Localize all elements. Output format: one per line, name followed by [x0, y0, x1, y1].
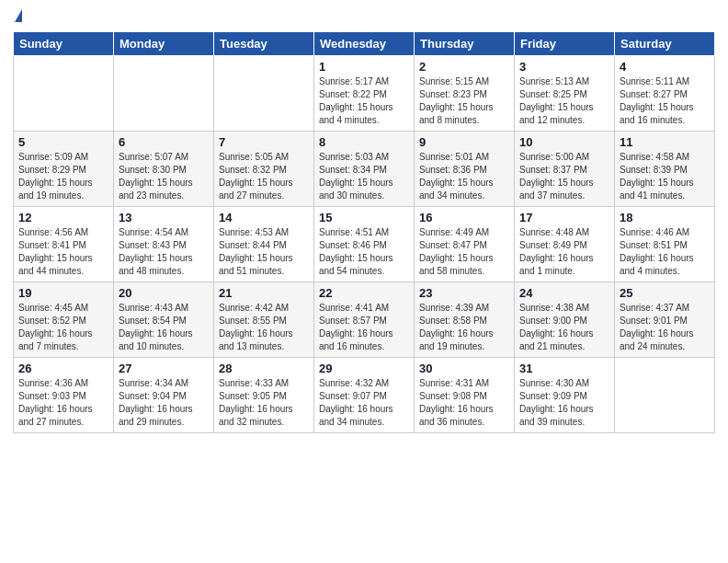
day-info: Sunrise: 4:39 AMSunset: 8:58 PMDaylight:… [419, 302, 509, 353]
calendar-cell: 28Sunrise: 4:33 AMSunset: 9:05 PMDayligh… [214, 358, 314, 433]
day-info: Sunrise: 4:30 AMSunset: 9:09 PMDaylight:… [519, 377, 609, 429]
calendar-cell: 8Sunrise: 5:03 AMSunset: 8:34 PMDaylight… [314, 132, 415, 207]
day-number: 24 [519, 286, 609, 300]
day-info: Sunrise: 5:11 AMSunset: 8:27 PMDaylight:… [620, 75, 710, 127]
calendar-cell: 21Sunrise: 4:42 AMSunset: 8:55 PMDayligh… [214, 282, 314, 358]
day-info: Sunrise: 5:07 AMSunset: 8:30 PMDaylight:… [119, 151, 209, 202]
calendar-cell [214, 56, 314, 132]
calendar-week-row: 12Sunrise: 4:56 AMSunset: 8:41 PMDayligh… [14, 207, 715, 282]
day-number: 15 [319, 211, 409, 224]
day-info: Sunrise: 4:43 AMSunset: 8:54 PMDaylight:… [119, 302, 209, 353]
calendar-cell: 16Sunrise: 4:49 AMSunset: 8:47 PMDayligh… [415, 207, 515, 282]
calendar-cell [615, 358, 715, 433]
day-info: Sunrise: 4:51 AMSunset: 8:46 PMDaylight:… [319, 226, 409, 278]
calendar-week-row: 19Sunrise: 4:45 AMSunset: 8:52 PMDayligh… [14, 282, 715, 358]
day-number: 5 [18, 135, 108, 149]
day-number: 29 [319, 362, 409, 375]
day-number: 1 [319, 60, 409, 74]
calendar-cell: 10Sunrise: 5:00 AMSunset: 8:37 PMDayligh… [515, 132, 615, 207]
calendar-day-header: Sunday [14, 32, 114, 56]
calendar-cell: 3Sunrise: 5:13 AMSunset: 8:25 PMDaylight… [515, 56, 615, 132]
calendar: SundayMondayTuesdayWednesdayThursdayFrid… [13, 31, 715, 433]
calendar-day-header: Wednesday [314, 32, 415, 56]
calendar-cell: 6Sunrise: 5:07 AMSunset: 8:30 PMDaylight… [114, 132, 214, 207]
day-number: 18 [620, 211, 710, 224]
day-info: Sunrise: 4:46 AMSunset: 8:51 PMDaylight:… [620, 226, 710, 278]
day-number: 21 [219, 286, 309, 300]
calendar-cell: 14Sunrise: 4:53 AMSunset: 8:44 PMDayligh… [214, 207, 314, 282]
day-info: Sunrise: 5:13 AMSunset: 8:25 PMDaylight:… [519, 75, 609, 127]
day-info: Sunrise: 4:56 AMSunset: 8:41 PMDaylight:… [18, 226, 108, 278]
calendar-cell: 26Sunrise: 4:36 AMSunset: 9:03 PMDayligh… [14, 358, 114, 433]
day-number: 14 [219, 211, 309, 224]
day-number: 19 [18, 286, 108, 300]
calendar-cell: 27Sunrise: 4:34 AMSunset: 9:04 PMDayligh… [114, 358, 214, 433]
calendar-day-header: Friday [515, 32, 615, 56]
calendar-cell [14, 56, 114, 132]
day-number: 2 [419, 60, 509, 74]
day-number: 23 [419, 286, 509, 300]
calendar-cell: 12Sunrise: 4:56 AMSunset: 8:41 PMDayligh… [14, 207, 114, 282]
day-info: Sunrise: 4:34 AMSunset: 9:04 PMDaylight:… [119, 377, 209, 429]
calendar-cell: 5Sunrise: 5:09 AMSunset: 8:29 PMDaylight… [14, 132, 114, 207]
calendar-cell: 2Sunrise: 5:15 AMSunset: 8:23 PMDaylight… [415, 56, 515, 132]
day-info: Sunrise: 4:33 AMSunset: 9:05 PMDaylight:… [219, 377, 309, 429]
day-number: 26 [18, 362, 108, 375]
calendar-cell: 7Sunrise: 5:05 AMSunset: 8:32 PMDaylight… [214, 132, 314, 207]
day-info: Sunrise: 4:31 AMSunset: 9:08 PMDaylight:… [419, 377, 509, 429]
calendar-cell: 9Sunrise: 5:01 AMSunset: 8:36 PMDaylight… [415, 132, 515, 207]
calendar-cell: 1Sunrise: 5:17 AMSunset: 8:22 PMDaylight… [314, 56, 415, 132]
calendar-week-row: 5Sunrise: 5:09 AMSunset: 8:29 PMDaylight… [14, 132, 715, 207]
day-info: Sunrise: 4:45 AMSunset: 8:52 PMDaylight:… [18, 302, 108, 353]
day-number: 4 [620, 60, 710, 74]
day-number: 27 [119, 362, 209, 375]
day-info: Sunrise: 4:48 AMSunset: 8:49 PMDaylight:… [519, 226, 609, 278]
day-number: 30 [419, 362, 509, 375]
calendar-week-row: 26Sunrise: 4:36 AMSunset: 9:03 PMDayligh… [14, 358, 715, 433]
calendar-day-header: Monday [114, 32, 214, 56]
calendar-header-row: SundayMondayTuesdayWednesdayThursdayFrid… [14, 32, 715, 56]
logo-triangle-icon [15, 9, 22, 22]
calendar-cell: 25Sunrise: 4:37 AMSunset: 9:01 PMDayligh… [615, 282, 715, 358]
day-info: Sunrise: 5:17 AMSunset: 8:22 PMDaylight:… [319, 75, 409, 127]
day-number: 3 [519, 60, 609, 74]
day-info: Sunrise: 5:09 AMSunset: 8:29 PMDaylight:… [18, 151, 108, 202]
calendar-cell: 24Sunrise: 4:38 AMSunset: 9:00 PMDayligh… [515, 282, 615, 358]
calendar-cell [114, 56, 214, 132]
calendar-cell: 18Sunrise: 4:46 AMSunset: 8:51 PMDayligh… [615, 207, 715, 282]
calendar-cell: 13Sunrise: 4:54 AMSunset: 8:43 PMDayligh… [114, 207, 214, 282]
day-info: Sunrise: 4:36 AMSunset: 9:03 PMDaylight:… [18, 377, 108, 429]
calendar-week-row: 1Sunrise: 5:17 AMSunset: 8:22 PMDaylight… [14, 56, 715, 132]
day-info: Sunrise: 5:05 AMSunset: 8:32 PMDaylight:… [219, 151, 309, 202]
logo [13, 9, 22, 24]
calendar-cell: 29Sunrise: 4:32 AMSunset: 9:07 PMDayligh… [314, 358, 415, 433]
day-number: 10 [519, 135, 609, 149]
day-info: Sunrise: 4:58 AMSunset: 8:39 PMDaylight:… [620, 151, 710, 202]
calendar-cell: 23Sunrise: 4:39 AMSunset: 8:58 PMDayligh… [415, 282, 515, 358]
day-number: 7 [219, 135, 309, 149]
day-info: Sunrise: 5:01 AMSunset: 8:36 PMDaylight:… [419, 151, 509, 202]
calendar-cell: 31Sunrise: 4:30 AMSunset: 9:09 PMDayligh… [515, 358, 615, 433]
header [13, 9, 715, 24]
page: SundayMondayTuesdayWednesdayThursdayFrid… [0, 0, 728, 446]
calendar-cell: 11Sunrise: 4:58 AMSunset: 8:39 PMDayligh… [615, 132, 715, 207]
day-info: Sunrise: 4:53 AMSunset: 8:44 PMDaylight:… [219, 226, 309, 278]
day-number: 20 [119, 286, 209, 300]
day-info: Sunrise: 5:00 AMSunset: 8:37 PMDaylight:… [519, 151, 609, 202]
day-number: 22 [319, 286, 409, 300]
day-info: Sunrise: 4:54 AMSunset: 8:43 PMDaylight:… [119, 226, 209, 278]
day-number: 17 [519, 211, 609, 224]
day-number: 28 [219, 362, 309, 375]
day-info: Sunrise: 4:49 AMSunset: 8:47 PMDaylight:… [419, 226, 509, 278]
calendar-day-header: Saturday [615, 32, 715, 56]
day-number: 12 [18, 211, 108, 224]
calendar-cell: 15Sunrise: 4:51 AMSunset: 8:46 PMDayligh… [314, 207, 415, 282]
day-number: 31 [519, 362, 609, 375]
day-info: Sunrise: 5:15 AMSunset: 8:23 PMDaylight:… [419, 75, 509, 127]
calendar-cell: 19Sunrise: 4:45 AMSunset: 8:52 PMDayligh… [14, 282, 114, 358]
calendar-cell: 20Sunrise: 4:43 AMSunset: 8:54 PMDayligh… [114, 282, 214, 358]
day-number: 13 [119, 211, 209, 224]
day-number: 11 [620, 135, 710, 149]
day-info: Sunrise: 4:32 AMSunset: 9:07 PMDaylight:… [319, 377, 409, 429]
day-info: Sunrise: 4:42 AMSunset: 8:55 PMDaylight:… [219, 302, 309, 353]
